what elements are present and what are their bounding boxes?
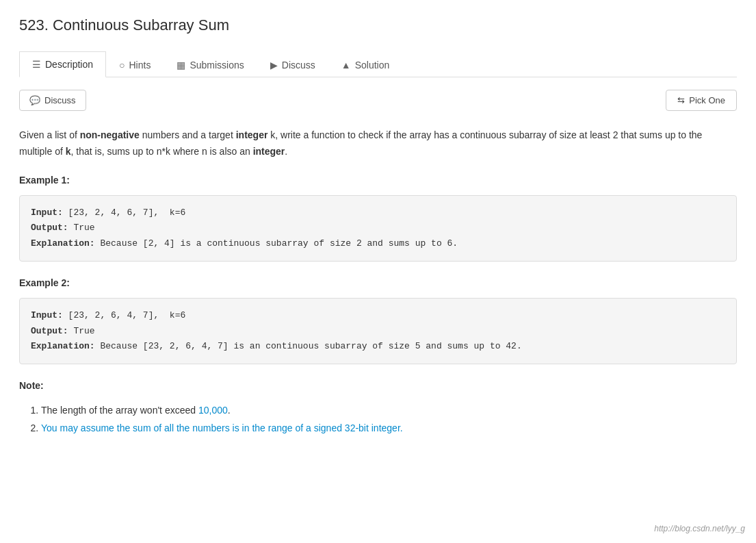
tabs-bar: ☰ Description ○ Hints ▦ Submissions ▶ Di…: [19, 51, 737, 77]
tab-description[interactable]: ☰ Description: [19, 51, 106, 77]
tab-discuss-label: Discuss: [282, 60, 315, 71]
example1-input: Input: [23, 2, 4, 6, 7], k=6: [31, 205, 725, 220]
note2-text: You may assume the sum of all the number…: [41, 422, 403, 433]
tab-hints[interactable]: ○ Hints: [106, 52, 164, 77]
discuss-icon: ▶: [270, 60, 278, 71]
example1-output: Output: True: [31, 220, 725, 236]
discuss-btn-label: Discuss: [44, 95, 76, 105]
problem-description: Given a list of non-negative numbers and…: [19, 127, 737, 160]
problem-content: Given a list of non-negative numbers and…: [19, 127, 737, 438]
example2-input: Input: [23, 2, 6, 4, 7], k=6: [31, 308, 725, 323]
shuffle-icon: ⇆: [677, 95, 685, 105]
note-item-2: You may assume the sum of all the number…: [41, 419, 737, 438]
tab-solution[interactable]: ▲ Solution: [328, 52, 402, 77]
tab-discuss[interactable]: ▶ Discuss: [257, 52, 328, 77]
tab-submissions[interactable]: ▦ Submissions: [164, 52, 257, 77]
note1-highlight: 10,000: [198, 405, 228, 416]
tab-submissions-label: Submissions: [190, 60, 244, 71]
example1-explanation: Explanation: Because [2, 4] is a continu…: [31, 236, 725, 251]
action-bar: 💬 Discuss ⇆ Pick One: [19, 90, 737, 111]
submissions-icon: ▦: [177, 60, 185, 71]
pick-one-button[interactable]: ⇆ Pick One: [666, 90, 737, 111]
note-item-1: The length of the array won't exceed 10,…: [41, 401, 737, 420]
example2-explanation: Explanation: Because [23, 2, 6, 4, 7] is…: [31, 339, 725, 354]
tab-solution-label: Solution: [355, 60, 390, 71]
description-icon: ☰: [32, 59, 41, 70]
pick-one-label: Pick One: [689, 95, 725, 105]
example1-title: Example 1:: [19, 173, 737, 189]
example2-block: Input: [23, 2, 6, 4, 7], k=6 Output: Tru…: [19, 298, 737, 364]
solution-icon: ▲: [341, 60, 351, 71]
page-title: 523. Continuous Subarray Sum: [19, 16, 737, 34]
tab-description-label: Description: [45, 59, 93, 70]
tab-hints-label: Hints: [129, 60, 151, 71]
note-title: Note:: [19, 378, 737, 394]
hints-icon: ○: [119, 60, 125, 71]
discuss-button[interactable]: 💬 Discuss: [19, 90, 86, 111]
example2-output: Output: True: [31, 324, 725, 339]
example2-title: Example 2:: [19, 275, 737, 292]
note-list: The length of the array won't exceed 10,…: [19, 401, 737, 438]
discuss-btn-icon: 💬: [29, 95, 40, 105]
example1-block: Input: [23, 2, 4, 6, 7], k=6 Output: Tru…: [19, 195, 737, 261]
